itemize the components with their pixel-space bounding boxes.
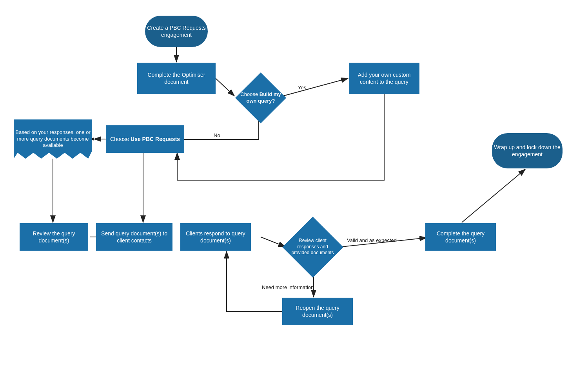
yes-label: Yes xyxy=(298,85,307,90)
reopen-query-node: Reopen the query document(s) xyxy=(282,298,353,325)
based-on-responses-node: Based on your responses, one or more que… xyxy=(14,119,92,159)
svg-line-9 xyxy=(261,237,285,247)
review-responses-node: Review client responses and provided doc… xyxy=(282,217,343,277)
svg-line-3 xyxy=(283,78,348,96)
add-custom-node: Add your own custom content to the query xyxy=(349,63,419,94)
flowchart-diagram: Yes No Valid and as expected Need more i… xyxy=(0,0,588,376)
send-query-node: Send query document(s) to client contact… xyxy=(96,223,172,251)
no-label: No xyxy=(214,132,220,138)
complete-query-node: Complete the query document(s) xyxy=(425,223,496,251)
svg-line-10 xyxy=(342,238,426,247)
choose-pbc-node: Choose Use PBC Requests xyxy=(106,125,184,153)
svg-line-2 xyxy=(216,78,234,96)
choose-build-node: Choose Build my own query? xyxy=(235,72,286,123)
create-engagement-node: Create a PBC Requests engagement xyxy=(145,16,208,47)
svg-line-11 xyxy=(462,169,525,222)
need-more-label: Need more information xyxy=(262,284,314,290)
complete-optimiser-node: Complete the Optimiser document xyxy=(137,63,216,94)
review-query-node: Review the query document(s) xyxy=(20,223,88,251)
clients-respond-node: Clients respond to query document(s) xyxy=(180,223,251,251)
wrap-up-node: Wrap up and lock down the engagement xyxy=(492,133,563,168)
valid-label: Valid and as expected xyxy=(347,237,397,243)
